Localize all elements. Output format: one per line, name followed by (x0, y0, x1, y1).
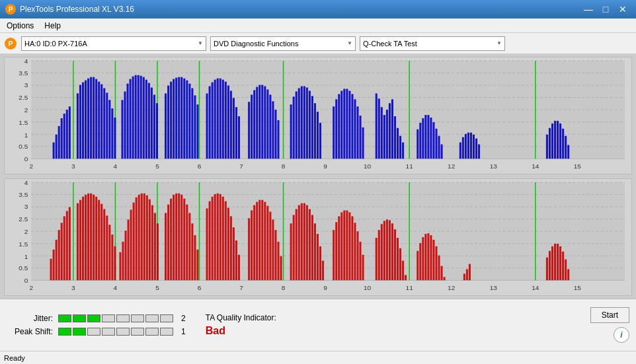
maximize-button[interactable]: □ (598, 3, 614, 15)
svg-rect-233 (90, 194, 92, 281)
status-text: Ready (4, 354, 25, 362)
svg-rect-324 (381, 224, 383, 280)
svg-rect-225 (63, 216, 65, 280)
svg-rect-68 (130, 79, 132, 159)
svg-rect-354 (562, 252, 564, 281)
svg-rect-345 (463, 273, 465, 280)
svg-rect-284 (248, 218, 250, 280)
svg-text:1.5: 1.5 (19, 240, 28, 248)
svg-rect-264 (180, 195, 182, 281)
drive-dropdown[interactable]: HA:0 ID:0 PX-716A ▼ (21, 36, 206, 51)
menu-help[interactable]: Help (40, 20, 65, 32)
svg-rect-257 (157, 223, 159, 280)
menu-options[interactable]: Options (3, 20, 38, 32)
svg-rect-222 (56, 240, 58, 280)
menu-bar: Options Help (0, 18, 636, 33)
minimize-button[interactable]: — (580, 3, 596, 15)
svg-text:12: 12 (448, 284, 456, 291)
svg-rect-347 (469, 264, 471, 281)
svg-rect-89 (191, 88, 193, 159)
toolbar: P HA:0 ID:0 PX-716A ▼ DVD Diagnostic Fun… (0, 33, 636, 54)
svg-rect-234 (93, 195, 95, 281)
svg-rect-81 (170, 82, 172, 159)
svg-rect-291 (266, 206, 268, 281)
svg-rect-168 (475, 139, 477, 159)
svg-rect-262 (175, 194, 177, 281)
svg-rect-166 (470, 133, 472, 159)
svg-rect-139 (360, 116, 362, 159)
svg-rect-110 (261, 85, 263, 159)
svg-rect-112 (266, 89, 268, 159)
svg-rect-275 (217, 194, 219, 281)
svg-rect-240 (108, 225, 110, 280)
peakshift-value: 1 (181, 327, 186, 336)
svg-rect-330 (397, 238, 399, 280)
svg-rect-176 (562, 129, 564, 159)
jitter-progress (58, 314, 173, 322)
svg-rect-74 (145, 80, 147, 159)
svg-rect-104 (238, 116, 240, 159)
svg-rect-169 (478, 145, 480, 159)
svg-rect-267 (188, 213, 190, 280)
svg-rect-343 (441, 266, 443, 281)
svg-rect-243 (119, 252, 121, 281)
svg-text:0.5: 0.5 (19, 143, 28, 151)
svg-rect-100 (227, 86, 229, 159)
peakshift-seg-3 (87, 328, 100, 336)
function-dropdown[interactable]: DVD Diagnostic Functions ▼ (210, 36, 356, 51)
svg-rect-293 (272, 219, 274, 280)
svg-rect-305 (311, 215, 313, 280)
svg-rect-322 (376, 238, 378, 280)
svg-rect-227 (69, 207, 71, 281)
svg-rect-164 (465, 134, 467, 159)
svg-rect-220 (50, 259, 52, 281)
svg-rect-260 (170, 199, 172, 281)
svg-rect-326 (386, 219, 388, 280)
close-button[interactable]: ✕ (615, 3, 631, 15)
svg-rect-103 (235, 107, 237, 159)
svg-rect-147 (391, 99, 393, 159)
svg-rect-87 (186, 81, 188, 159)
jitter-row: Jitter: 2 (7, 314, 186, 323)
svg-rect-64 (114, 118, 116, 159)
svg-rect-238 (103, 209, 105, 280)
svg-rect-118 (293, 96, 295, 159)
svg-rect-327 (389, 220, 391, 280)
svg-rect-251 (141, 194, 143, 281)
svg-rect-314 (343, 210, 345, 280)
svg-rect-273 (212, 197, 214, 281)
svg-rect-75 (148, 83, 150, 159)
test-dropdown[interactable]: Q-Check TA Test ▼ (360, 36, 505, 51)
svg-rect-92 (206, 93, 208, 159)
svg-rect-60 (103, 88, 105, 159)
svg-rect-341 (435, 246, 437, 280)
svg-rect-171 (549, 128, 551, 159)
svg-rect-124 (309, 91, 311, 159)
svg-rect-120 (298, 88, 300, 159)
start-button[interactable]: Start (590, 307, 629, 323)
svg-rect-62 (108, 100, 110, 159)
svg-rect-71 (138, 75, 139, 159)
svg-rect-249 (136, 198, 138, 281)
svg-rect-70 (135, 75, 137, 159)
svg-rect-114 (272, 101, 274, 159)
svg-rect-283 (238, 255, 240, 281)
jitter-seg-8 (160, 314, 173, 322)
svg-rect-122 (303, 87, 305, 159)
peakshift-seg-4 (102, 328, 115, 336)
top-chart-svg: 4 3.5 3 2.5 2 1.5 1 0.5 0 2 3 4 5 6 7 8 … (5, 57, 631, 174)
svg-rect-165 (467, 133, 469, 159)
svg-rect-297 (290, 223, 292, 280)
svg-text:6: 6 (198, 284, 202, 291)
svg-rect-158 (432, 122, 434, 159)
jitter-seg-7 (145, 314, 159, 322)
svg-rect-281 (233, 227, 235, 280)
svg-rect-177 (565, 136, 567, 159)
jitter-seg-2 (73, 314, 86, 322)
svg-rect-271 (206, 208, 208, 280)
peakshift-label: Peak Shift: (7, 327, 53, 336)
info-button[interactable]: i (614, 327, 629, 343)
svg-rect-356 (567, 269, 569, 280)
svg-rect-300 (298, 205, 300, 281)
svg-rect-51 (79, 85, 81, 159)
